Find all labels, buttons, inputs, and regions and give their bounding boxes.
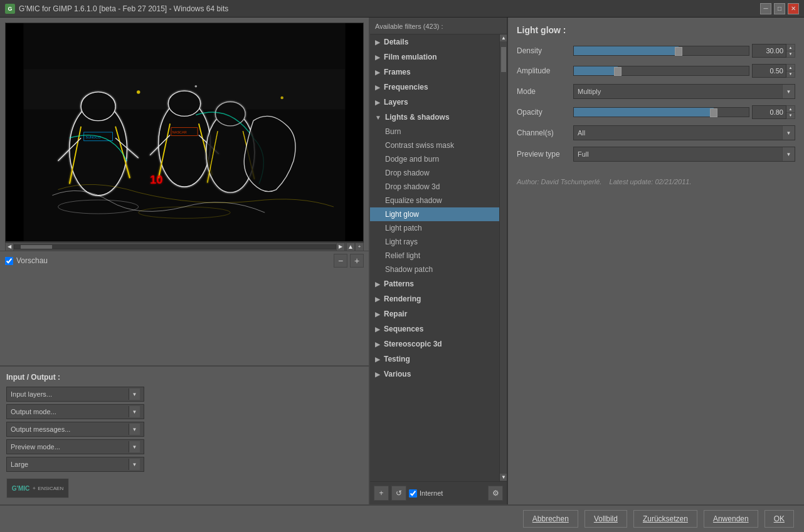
scroll-left-arrow[interactable]: ◀ (5, 243, 14, 251)
amplitude-up[interactable]: ▲ (786, 65, 795, 71)
minimize-button[interactable]: ─ (760, 3, 771, 14)
category-layers[interactable]: ▶ Layers (370, 95, 499, 110)
maximize-button[interactable]: □ (774, 3, 785, 14)
filter-item-equalize-shadow[interactable]: Equalize shadow (370, 194, 499, 207)
stereo-arrow-icon: ▶ (375, 341, 380, 348)
density-spinner[interactable]: ▲ ▼ (786, 44, 795, 58)
amplitude-thumb[interactable] (614, 67, 622, 76)
density-slider[interactable] (573, 46, 749, 56)
output-messages-label: Output messages... (11, 425, 129, 433)
filter-scroll-thumb[interactable] (501, 47, 506, 72)
filter-bottom: + ↺ Internet ⚙ (370, 481, 507, 504)
filter-item-light-rays[interactable]: Light rays (370, 235, 499, 249)
amplitude-spinner[interactable]: ▲ ▼ (786, 64, 795, 78)
add-filter-button[interactable]: + (374, 486, 389, 501)
category-patterns[interactable]: ▶ Patterns (370, 276, 499, 291)
right-title: Light glow : (517, 25, 795, 35)
opacity-up[interactable]: ▲ (786, 106, 795, 113)
category-film-emulation[interactable]: ▶ Film emulation (370, 50, 499, 65)
opacity-down[interactable]: ▼ (786, 113, 795, 119)
opacity-slider[interactable] (573, 107, 749, 117)
filter-panel: Available filters (423) : ▶ Details ▶ Fi… (370, 18, 508, 504)
category-various-header[interactable]: ▶ Various (370, 367, 499, 382)
category-stereo[interactable]: ▶ Stereoscopic 3d (370, 336, 499, 352)
preview-svg: SUNOCO NASCAR (6, 23, 363, 241)
scroll-thumb-h[interactable] (21, 245, 52, 249)
scroll-right-arrow[interactable]: ▶ (336, 243, 345, 251)
category-rendering[interactable]: ▶ Rendering (370, 291, 499, 306)
filter-item-light-glow[interactable]: Light glow (370, 207, 499, 221)
author-name: David Tschumperlé. (541, 178, 602, 185)
settings-button[interactable]: ⚙ (488, 486, 503, 501)
category-repair[interactable]: ▶ Repair (370, 306, 499, 321)
preview-zoom-out[interactable]: − (334, 254, 347, 268)
scroll-track-h[interactable] (14, 244, 336, 249)
filter-item-relief-light[interactable]: Relief light (370, 249, 499, 263)
internet-checkbox[interactable] (409, 489, 417, 498)
zurucksetzen-button[interactable]: Zurücksetzen (633, 510, 697, 528)
ok-button[interactable]: OK (764, 510, 794, 528)
mode-label: Mode (517, 87, 573, 96)
repair-label: Repair (384, 310, 407, 318)
input-layers-select[interactable]: Input layers... ▼ (6, 387, 144, 402)
preview-checkbox[interactable] (5, 257, 13, 265)
output-mode-select[interactable]: Output mode... ▼ (6, 404, 144, 419)
horizontal-scrollbar[interactable]: ◀ ▶ ▲ + (5, 242, 364, 251)
mode-select[interactable]: Multiply ▼ (573, 84, 795, 99)
category-sequences-header[interactable]: ▶ Sequences (370, 321, 499, 336)
amplitude-slider[interactable] (573, 66, 749, 76)
close-button[interactable]: ✕ (788, 3, 799, 14)
category-testing-header[interactable]: ▶ Testing (370, 352, 499, 367)
category-repair-header[interactable]: ▶ Repair (370, 306, 499, 321)
abbrechen-button[interactable]: Abbrechen (523, 510, 578, 528)
vollbild-button[interactable]: Vollbild (584, 510, 627, 528)
category-film-header[interactable]: ▶ Film emulation (370, 50, 499, 65)
preview-type-select[interactable]: Full ▼ (573, 147, 795, 162)
category-rendering-header[interactable]: ▶ Rendering (370, 291, 499, 306)
scroll-shrink-btn[interactable]: + (355, 243, 364, 251)
filter-item-dodge-burn[interactable]: Dodge and burn (370, 152, 499, 166)
density-up[interactable]: ▲ (786, 44, 795, 51)
author-label: Author: (517, 178, 539, 185)
category-frames-header[interactable]: ▶ Frames (370, 65, 499, 80)
category-stereo-header[interactable]: ▶ Stereoscopic 3d (370, 336, 499, 352)
category-frequencies-header[interactable]: ▶ Frequencies (370, 80, 499, 95)
category-testing[interactable]: ▶ Testing (370, 352, 499, 367)
category-lights-header[interactable]: ▼ Lights & shadows (370, 110, 499, 125)
channels-select[interactable]: All ▼ (573, 125, 795, 140)
bottom-bar: Abbrechen Vollbild Zurücksetzen Anwenden… (0, 504, 804, 532)
opacity-spinner[interactable]: ▲ ▼ (786, 105, 795, 119)
opacity-thumb[interactable] (710, 108, 717, 117)
channels-value: All (574, 129, 782, 137)
filter-item-shadow-patch[interactable]: Shadow patch (370, 263, 499, 276)
filter-scrollbar[interactable]: ▲ ▼ (499, 34, 507, 481)
filter-scroll-down[interactable]: ▼ (500, 474, 507, 481)
density-thumb[interactable] (675, 47, 682, 56)
category-various[interactable]: ▶ Various (370, 367, 499, 382)
patterns-arrow-icon: ▶ (375, 281, 380, 288)
io-panel: Input / Output : Input layers... ▼ Outpu… (0, 365, 369, 504)
category-lights-shadows: ▼ Lights & shadows Burn Contrast swiss m… (370, 110, 499, 276)
density-down[interactable]: ▼ (786, 51, 795, 58)
preview-zoom-in[interactable]: + (350, 254, 364, 268)
category-frames[interactable]: ▶ Frames (370, 65, 499, 80)
category-layers-header[interactable]: ▶ Layers (370, 95, 499, 110)
category-patterns-header[interactable]: ▶ Patterns (370, 276, 499, 291)
scroll-expand-btn[interactable]: ▲ (346, 243, 355, 251)
anwenden-button[interactable]: Anwenden (704, 510, 758, 528)
preview-mode-select[interactable]: Preview mode... ▼ (6, 439, 144, 454)
category-frequencies[interactable]: ▶ Frequencies (370, 80, 499, 95)
filter-scroll-up[interactable]: ▲ (500, 34, 507, 42)
filter-item-light-patch[interactable]: Light patch (370, 221, 499, 235)
filter-item-burn[interactable]: Burn (370, 125, 499, 138)
refresh-button[interactable]: ↺ (391, 486, 406, 501)
filter-item-drop-shadow-3d[interactable]: Drop shadow 3d (370, 180, 499, 194)
filter-item-contrast-swiss[interactable]: Contrast swiss mask (370, 138, 499, 152)
category-details-header[interactable]: ▶ Details (370, 34, 499, 50)
category-sequences[interactable]: ▶ Sequences (370, 321, 499, 336)
size-select[interactable]: Large ▼ (6, 457, 144, 472)
output-messages-select[interactable]: Output messages... ▼ (6, 422, 144, 437)
filter-item-drop-shadow[interactable]: Drop shadow (370, 166, 499, 180)
category-details[interactable]: ▶ Details (370, 34, 499, 50)
amplitude-down[interactable]: ▼ (786, 71, 795, 78)
